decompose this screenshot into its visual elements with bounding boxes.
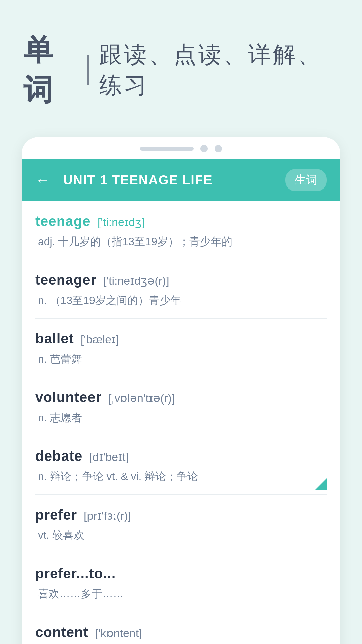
word-row: teenage['ti:neɪdʒ] [35, 213, 327, 229]
page-title: 单词 跟读、点读、详解、练习 [23, 30, 339, 110]
word-item-prefer-to[interactable]: prefer...to...喜欢……多于…… [35, 553, 327, 612]
word-pronunciation: ['bæleɪ] [81, 333, 119, 346]
word-name: prefer [35, 507, 77, 523]
word-definition: n. 芭蕾舞 [35, 351, 327, 367]
unit-header-left: ← UNIT 1 TEENAGE LIFE [35, 173, 213, 187]
word-name: prefer...to... [35, 566, 116, 582]
phone-notch [140, 147, 194, 151]
corner-triangle-icon [315, 478, 327, 490]
word-name: volunteer [35, 389, 102, 406]
word-item-volunteer[interactable]: volunteer[ˌvɒlən'tɪə(r)]n. 志愿者 [35, 377, 327, 436]
word-pronunciation: ['ti:neɪdʒ] [98, 215, 145, 229]
word-name: teenager [35, 272, 97, 288]
word-row: teenager['ti:neɪdʒə(r)] [35, 272, 327, 288]
vocab-badge[interactable]: 生词 [285, 169, 327, 191]
word-list: teenage['ti:neɪdʒ]adj. 十几岁的（指13至19岁）；青少年… [22, 201, 340, 644]
unit-header: ← UNIT 1 TEENAGE LIFE 生词 [22, 159, 340, 201]
word-row: volunteer[ˌvɒlən'tɪə(r)] [35, 389, 327, 406]
word-item-teenager[interactable]: teenager['ti:neɪdʒə(r)]n. （13至19岁之间的）青少年 [35, 260, 327, 319]
unit-title: UNIT 1 TEENAGE LIFE [63, 173, 213, 187]
word-definition: adj. 十几岁的（指13至19岁）；青少年的 [35, 233, 327, 250]
word-definition: n. 辩论；争论 vt. & vi. 辩论；争论 [35, 468, 327, 484]
word-definition: n. 志愿者 [35, 410, 327, 426]
word-definition: vt. 较喜欢 [35, 527, 327, 543]
word-definition: 喜欢……多于…… [35, 586, 327, 602]
word-item-prefer[interactable]: prefer[prɪ'fɜː(r)]vt. 较喜欢 [35, 495, 327, 553]
phone-top-bar [22, 137, 340, 159]
word-item-ballet[interactable]: ballet['bæleɪ]n. 芭蕾舞 [35, 319, 327, 377]
page-title-subtitle: 跟读、点读、详解、练习 [99, 40, 339, 101]
phone-dot-2 [215, 145, 222, 152]
word-item-debate[interactable]: debate[dɪ'beɪt]n. 辩论；争论 vt. & vi. 辩论；争论 [35, 436, 327, 495]
word-pronunciation: ['kɒntent] [95, 626, 142, 640]
word-pronunciation: [prɪ'fɜː(r)] [84, 509, 131, 522]
word-pronunciation: [dɪ'beɪt] [89, 450, 129, 464]
title-divider [87, 55, 89, 85]
word-name: debate [35, 448, 82, 464]
word-name: content [35, 624, 88, 640]
page-title-text: 单词 [23, 30, 77, 110]
word-row: prefer...to... [35, 566, 327, 582]
word-row: content['kɒntent] [35, 624, 327, 640]
word-name: teenage [35, 213, 91, 229]
word-item-content[interactable]: content['kɒntent]n. 内容；[pl] 目录；（书、讲话、节目等… [35, 612, 327, 644]
word-item-teenage[interactable]: teenage['ti:neɪdʒ]adj. 十几岁的（指13至19岁）；青少年… [35, 201, 327, 260]
word-name: ballet [35, 331, 74, 347]
word-pronunciation: [ˌvɒlən'tɪə(r)] [108, 391, 175, 405]
word-row: ballet['bæleɪ] [35, 331, 327, 347]
word-pronunciation: ['ti:neɪdʒə(r)] [103, 274, 169, 287]
word-row: debate[dɪ'beɪt] [35, 448, 327, 464]
back-button[interactable]: ← [35, 173, 50, 187]
word-row: prefer[prɪ'fɜː(r)] [35, 507, 327, 523]
phone-dot-1 [200, 145, 208, 152]
phone-mockup: ← UNIT 1 TEENAGE LIFE 生词 teenage['ti:neɪ… [22, 137, 340, 644]
page-header: 单词 跟读、点读、详解、练习 [0, 0, 362, 130]
word-definition: n. （13至19岁之间的）青少年 [35, 292, 327, 308]
